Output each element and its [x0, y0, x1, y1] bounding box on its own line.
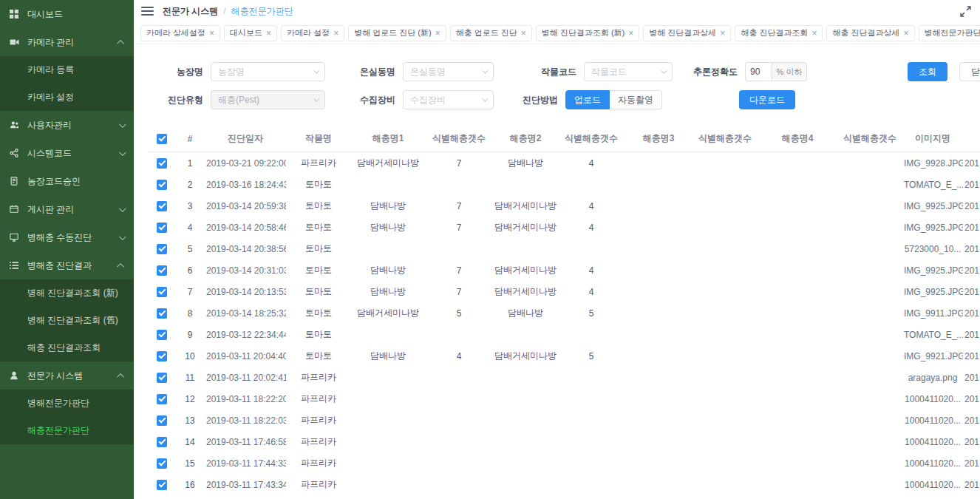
- column-header: 이미지명: [902, 126, 963, 152]
- row-checkbox[interactable]: [157, 373, 167, 383]
- sidebar-item[interactable]: 카메라 등록: [0, 56, 134, 84]
- device-select[interactable]: 수집장비: [403, 90, 494, 109]
- column-header: [963, 126, 980, 152]
- row-checkbox[interactable]: [157, 287, 167, 297]
- table-cell: 201: [963, 195, 980, 217]
- sidebar-item[interactable]: 해충전문가판단: [0, 417, 134, 444]
- table-cell: [625, 388, 693, 410]
- table-cell: 담배나방: [351, 281, 425, 302]
- table-cell: 8: [175, 302, 205, 324]
- table-cell: [558, 431, 625, 452]
- table-cell: 2019-03-14 20:38:56: [205, 238, 286, 259]
- search-button[interactable]: 조회: [908, 62, 947, 81]
- download-button[interactable]: 다운로드: [739, 90, 795, 109]
- tab[interactable]: 카메라 설정×: [281, 25, 344, 41]
- sidebar-item[interactable]: 농장코드승인: [0, 167, 134, 195]
- tab-close-icon[interactable]: ×: [266, 29, 271, 38]
- method-upload-button[interactable]: 업로드: [565, 90, 610, 109]
- row-checkbox[interactable]: [157, 265, 167, 276]
- sidebar-item[interactable]: 카메라 관리: [0, 28, 134, 56]
- table-cell: 2019-03-14 20:58:46: [205, 217, 286, 238]
- tab[interactable]: 해충 진단결과상세×: [826, 25, 914, 41]
- tab[interactable]: 병해 진단결과조회 (新)×: [536, 25, 639, 41]
- row-checkbox[interactable]: [157, 437, 167, 447]
- table-cell: 5: [558, 302, 625, 324]
- sidebar-item[interactable]: 시스템코드: [0, 139, 134, 167]
- tab[interactable]: 해충 업로드 진단×: [450, 25, 532, 41]
- method-auto-button[interactable]: 자동촬영: [610, 90, 662, 109]
- row-checkbox[interactable]: [157, 394, 167, 404]
- table-row: 152019-03-11 17:44:33파프리카1000411020...20…: [149, 452, 980, 474]
- sidebar-item[interactable]: 병해 진단결과조회 (舊): [0, 307, 134, 334]
- table-row: 82019-03-14 18:25:32토마토담배거세미나방5담배나방5IMG_…: [149, 302, 980, 324]
- tab-close-icon[interactable]: ×: [435, 29, 440, 38]
- table-cell: [625, 238, 693, 259]
- row-checkbox[interactable]: [157, 223, 167, 233]
- table-cell: [425, 174, 493, 195]
- tab-close-icon[interactable]: ×: [628, 29, 633, 38]
- tab-label: 해충 진단결과조회: [741, 27, 808, 38]
- table-cell: 13: [175, 410, 205, 431]
- sidebar-item-label: 병해 진단결과조회 (新): [27, 287, 118, 299]
- tab[interactable]: 병해 진단결과상세×: [643, 25, 731, 41]
- table-cell: 7: [425, 281, 493, 302]
- tab-close-icon[interactable]: ×: [720, 29, 725, 38]
- tab[interactable]: 병해전문가판단×: [919, 25, 980, 41]
- close-button[interactable]: 닫기: [959, 62, 980, 81]
- row-checkbox[interactable]: [157, 308, 167, 319]
- tab-close-icon[interactable]: ×: [811, 29, 817, 38]
- sidebar-menu: 대시보드카메라 관리카메라 등록카메라 설정사용자관리시스템코드농장코드승인게시…: [0, 0, 134, 444]
- tab-label: 대시보드: [230, 27, 262, 38]
- sidebar-item[interactable]: 게시판 관리: [0, 195, 134, 223]
- tab-close-icon[interactable]: ×: [904, 29, 909, 38]
- sidebar-item[interactable]: 병해전문가판단: [0, 390, 134, 417]
- sidebar-item-label: 카메라 설정: [27, 91, 74, 103]
- sidebar-item[interactable]: 카메라 설정: [0, 84, 134, 111]
- tab-close-icon[interactable]: ×: [521, 29, 526, 38]
- row-checkbox[interactable]: [157, 330, 167, 340]
- sidebar-item[interactable]: 병해충 수동진단: [0, 223, 134, 251]
- row-checkbox[interactable]: [157, 480, 167, 490]
- tab-close-icon[interactable]: ×: [209, 29, 214, 38]
- tab[interactable]: 카메라 상세설정×: [140, 25, 220, 41]
- table-cell: 담배나방: [351, 259, 425, 281]
- table-cell: 2019-03-21 09:22:00: [205, 152, 286, 174]
- tab-close-icon[interactable]: ×: [333, 29, 338, 38]
- greenhouse-select[interactable]: 온실동명: [403, 62, 494, 81]
- tab[interactable]: 병해 업로드 진단 (新)×: [348, 25, 446, 41]
- table-cell: 1000411020...: [902, 452, 963, 474]
- tab-bar: 카메라 상세설정×대시보드×카메라 설정×병해 업로드 진단 (新)×해충 업로…: [134, 22, 980, 44]
- row-checkbox[interactable]: [157, 201, 167, 211]
- table-cell: 담배거세미나방: [493, 495, 558, 499]
- row-checkbox[interactable]: [157, 180, 167, 190]
- table-cell: 6: [175, 259, 205, 281]
- table-row: 112019-03-11 20:02:41파프리카aragaya.png201: [149, 367, 980, 388]
- row-checkbox[interactable]: [157, 244, 167, 254]
- select-all-checkbox[interactable]: [157, 134, 167, 144]
- fullscreen-icon[interactable]: [960, 6, 971, 17]
- sidebar-item-label: 시스템코드: [27, 147, 72, 160]
- table-cell: [425, 452, 493, 474]
- sidebar-item[interactable]: 대시보드: [0, 0, 134, 28]
- hamburger-menu-icon[interactable]: [141, 7, 154, 16]
- sidebar-item[interactable]: 병해충 진단결과: [0, 251, 134, 279]
- tab[interactable]: 해충 진단결과조회×: [735, 25, 823, 41]
- row-checkbox[interactable]: [157, 458, 167, 469]
- sidebar-item[interactable]: 해충 진단결과조회: [0, 334, 134, 361]
- sidebar-item[interactable]: 병해 진단결과조회 (新): [0, 279, 134, 307]
- table-cell: aragaya.png: [902, 367, 963, 388]
- row-checkbox[interactable]: [157, 351, 167, 361]
- table-cell: TOMATO_E_...: [902, 324, 963, 345]
- breadcrumb-root[interactable]: 전문가 시스템: [163, 5, 218, 18]
- tab[interactable]: 대시보드×: [224, 25, 277, 41]
- farm-name-select[interactable]: 농장명: [211, 62, 325, 81]
- sidebar-item[interactable]: 사용자관리: [0, 111, 134, 139]
- accuracy-input[interactable]: [745, 62, 772, 81]
- table-cell: 2019-03-14 18:25:32: [205, 302, 286, 324]
- crop-code-select[interactable]: 작물코드: [584, 62, 673, 81]
- row-checkbox[interactable]: [157, 158, 167, 169]
- sidebar-item[interactable]: 전문가 시스템: [0, 361, 134, 390]
- diagnosis-method-label: 진단방법: [512, 94, 558, 106]
- row-checkbox[interactable]: [157, 415, 167, 426]
- table-cell: [625, 452, 693, 474]
